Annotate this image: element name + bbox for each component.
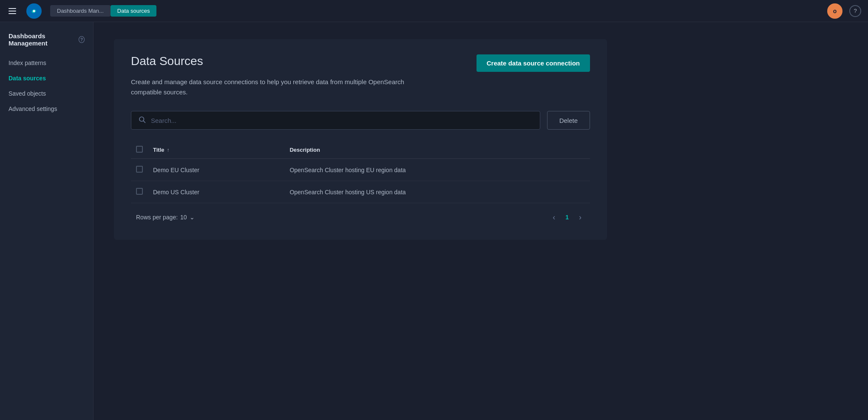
pagination-controls: ‹ 1 ›	[549, 212, 585, 223]
rows-per-page-value: 10	[180, 214, 187, 221]
row-us-checkbox-cell	[131, 181, 148, 203]
select-all-checkbox[interactable]	[136, 146, 143, 153]
row-eu-title[interactable]: Demo EU Cluster	[148, 159, 284, 181]
create-data-source-button[interactable]: Create data source connection	[477, 54, 590, 72]
sidebar-title: Dashboards Management ?	[0, 32, 93, 48]
row-eu-checkbox-cell	[131, 159, 148, 181]
search-input[interactable]	[151, 117, 533, 124]
current-page-number: 1	[562, 213, 572, 221]
sidebar-item-data-sources[interactable]: Data sources	[0, 71, 93, 86]
nav-right: o ?	[827, 3, 861, 19]
rows-per-page-selector[interactable]: Rows per page: 10 ⌄	[136, 214, 195, 221]
top-nav: Dashboards Man... Data sources o ?	[0, 0, 868, 22]
svg-line-3	[143, 121, 145, 122]
search-icon	[138, 116, 146, 125]
svg-point-1	[33, 10, 35, 12]
row-us-checkbox[interactable]	[136, 188, 143, 195]
sidebar-title-text: Dashboards Management	[9, 32, 75, 47]
row-eu-checkbox[interactable]	[136, 166, 143, 173]
table-header-row: Title ↑ Description	[131, 142, 590, 159]
sidebar-item-advanced-settings[interactable]: Advanced settings	[0, 101, 93, 116]
opensearch-logo	[26, 3, 42, 19]
prev-page-button[interactable]: ‹	[549, 212, 559, 223]
page-header: Data Sources Create data source connecti…	[131, 54, 590, 72]
row-eu-description: OpenSearch Cluster hosting EU region dat…	[284, 159, 590, 181]
breadcrumb-tab-datasources[interactable]: Data sources	[111, 5, 157, 17]
sidebar-item-index-patterns[interactable]: Index patterns	[0, 55, 93, 71]
pagination-row: Rows per page: 10 ⌄ ‹ 1 ›	[131, 203, 590, 223]
sort-icon[interactable]: ↑	[167, 147, 170, 153]
sidebar-nav: Index patterns Data sources Saved object…	[0, 55, 93, 116]
table-body: Demo EU Cluster OpenSearch Cluster hosti…	[131, 159, 590, 203]
sidebar-info-icon[interactable]: ?	[79, 36, 85, 43]
table-row: Demo EU Cluster OpenSearch Cluster hosti…	[131, 159, 590, 181]
help-icon[interactable]: ?	[849, 5, 861, 17]
main-content: Data Sources Create data source connecti…	[94, 22, 868, 420]
page-title: Data Sources	[131, 54, 203, 68]
next-page-button[interactable]: ›	[576, 212, 585, 223]
table-header-checkbox	[131, 142, 148, 159]
breadcrumb-tabs: Dashboards Man... Data sources	[50, 5, 156, 17]
table-header-title-label: Title	[153, 147, 165, 153]
page-card: Data Sources Create data source connecti…	[114, 39, 607, 240]
row-us-title[interactable]: Demo US Cluster	[148, 181, 284, 203]
sidebar: Dashboards Management ? Index patterns D…	[0, 22, 94, 420]
rows-per-page-chevron-icon: ⌄	[190, 214, 195, 221]
delete-button[interactable]: Delete	[547, 111, 590, 130]
app-layout: Dashboards Management ? Index patterns D…	[0, 22, 868, 420]
table-header-description: Description	[284, 142, 590, 159]
search-delete-row: Delete	[131, 111, 590, 130]
search-box	[131, 111, 540, 130]
rows-per-page-label: Rows per page:	[136, 214, 178, 221]
breadcrumb-tab-dashboards[interactable]: Dashboards Man...	[50, 5, 111, 17]
hamburger-menu[interactable]	[7, 6, 18, 16]
sidebar-item-saved-objects[interactable]: Saved objects	[0, 86, 93, 101]
row-us-description: OpenSearch Cluster hosting US region dat…	[284, 181, 590, 203]
table-header-title: Title ↑	[148, 142, 284, 159]
user-avatar[interactable]: o	[827, 3, 842, 19]
table-row: Demo US Cluster OpenSearch Cluster hosti…	[131, 181, 590, 203]
data-table: Title ↑ Description Demo EU Cluster Ope	[131, 142, 590, 203]
page-description: Create and manage data source connection…	[131, 77, 428, 97]
